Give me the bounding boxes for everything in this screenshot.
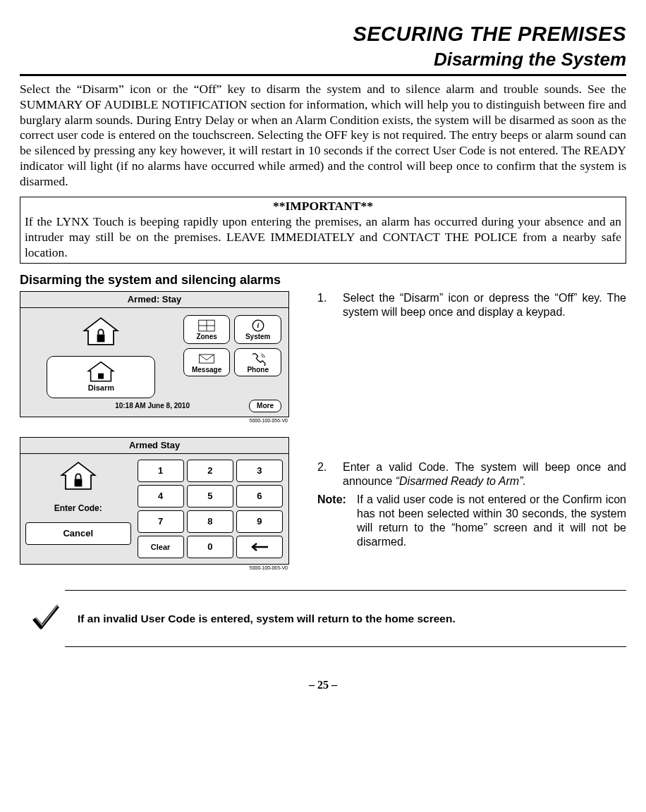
key-1[interactable]: 1 (138, 460, 184, 482)
system-label: System (245, 333, 271, 342)
svg-rect-3 (98, 374, 104, 379)
zones-button[interactable]: Zones (183, 315, 231, 344)
panel1-title: Armed: Stay (20, 292, 288, 308)
more-button[interactable]: More (249, 400, 281, 413)
cancel-button[interactable]: Cancel (25, 522, 131, 545)
message-button[interactable]: Message (183, 348, 231, 377)
important-box: **IMPORTANT** If the LYNX Touch is beepi… (20, 197, 626, 264)
phone-label: Phone (247, 366, 269, 375)
key-5[interactable]: 5 (187, 485, 233, 508)
disarm-label: Disarm (88, 383, 114, 393)
svg-text:i: i (257, 322, 259, 330)
panel2-tag: 5000-100-065-V0 (20, 565, 288, 572)
zones-label: Zones (196, 333, 217, 342)
key-clear[interactable]: Clear (138, 536, 184, 558)
enter-code-label: Enter Code: (54, 503, 102, 514)
key-7[interactable]: 7 (138, 510, 184, 533)
step2-text-b: “Disarmed Ready to Arm”. (396, 475, 526, 487)
check-note-text: If an invalid User Code is entered, syst… (78, 612, 456, 625)
key-2[interactable]: 2 (187, 460, 233, 482)
system-button[interactable]: i System (234, 315, 281, 344)
important-body: If the LYNX Touch is beeping rapidly upo… (25, 214, 621, 261)
header-subtitle: Disarming the System (20, 48, 626, 71)
note-label: Note: (317, 493, 351, 549)
message-label: Message (192, 366, 221, 375)
page-header: SECURING THE PREMISES Disarming the Syst… (20, 21, 626, 76)
house-lock-icon (59, 460, 97, 495)
step2-num: 2. (317, 460, 333, 488)
keypad-grid: 1 2 3 4 5 6 7 8 9 Clear 0 (138, 460, 284, 558)
section-heading: Disarming the system and silencing alarm… (20, 272, 626, 288)
key-8[interactable]: 8 (187, 510, 233, 533)
svg-rect-11 (74, 479, 82, 487)
disarm-button[interactable]: Disarm (47, 356, 155, 398)
header-title: SECURING THE PREMISES (353, 23, 626, 45)
key-back[interactable] (236, 536, 283, 558)
svg-rect-1 (97, 335, 105, 343)
panel2-title: Armed Stay (20, 438, 288, 454)
touchscreen-home-panel: Armed: Stay Disarm (20, 291, 289, 418)
key-9[interactable]: 9 (236, 510, 283, 533)
key-3[interactable]: 3 (236, 460, 283, 482)
check-note-row: If an invalid User Code is entered, syst… (65, 590, 626, 646)
key-4[interactable]: 4 (138, 485, 184, 508)
step1-text: Select the “Disarm” icon or depress the … (343, 291, 626, 319)
keypad-panel: Armed Stay Enter Code: Cancel 1 2 3 4 (20, 437, 289, 565)
intro-paragraph: Select the “Disarm” icon or the “Off” ke… (20, 82, 626, 190)
house-lock-icon (82, 315, 120, 350)
note-text: If a valid user code is not entered or t… (357, 493, 626, 549)
panel1-tag: 5000-100-056-V0 (20, 418, 288, 424)
step2-text: Enter a valid Code. The system will beep… (343, 460, 626, 488)
checkmark-icon (31, 602, 61, 634)
page-number: – 25 – (20, 678, 626, 692)
phone-button[interactable]: Phone (234, 348, 281, 377)
key-0[interactable]: 0 (187, 536, 233, 558)
panel1-time: 10:18 AM June 8, 2010 (56, 402, 249, 411)
key-6[interactable]: 6 (236, 485, 283, 508)
step1-num: 1. (317, 291, 333, 319)
important-title: **IMPORTANT** (25, 199, 621, 214)
